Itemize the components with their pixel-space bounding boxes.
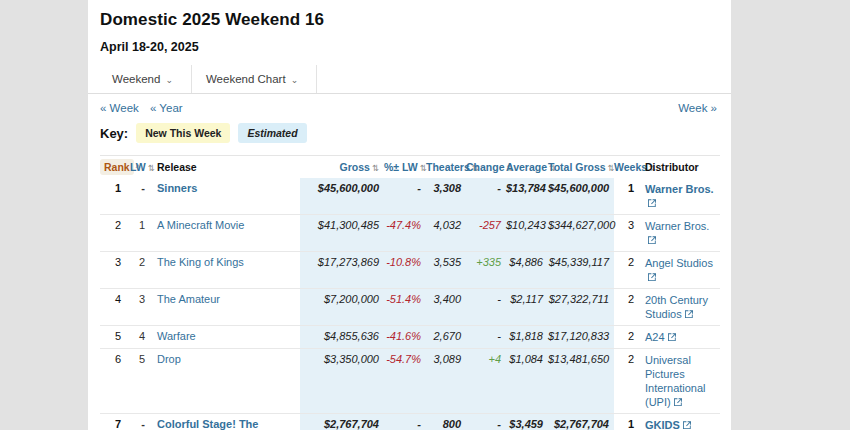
distributor-name: A24 xyxy=(645,331,665,343)
content-panel: Domestic 2025 Weekend 16 April 18-20, 20… xyxy=(88,0,731,430)
rank-cell: 4 xyxy=(100,289,130,326)
weekend-box-office-table: Rank^ LW⇅ Release Gross⇅ %± LW⇅ Theaters… xyxy=(100,155,720,430)
column-header-pct-lw[interactable]: %± LW⇅ xyxy=(384,156,426,179)
release-link[interactable]: Sinners xyxy=(157,182,197,194)
column-header-release: Release xyxy=(150,156,300,179)
distributor-cell: A24 xyxy=(638,326,720,349)
distributor-name: Warner Bros. xyxy=(645,220,709,232)
column-header-gross[interactable]: Gross⇅ xyxy=(300,156,384,179)
column-header-change[interactable]: Change⇅ xyxy=(466,156,506,179)
release-link[interactable]: Drop xyxy=(157,353,181,365)
total-gross-cell: $45,600,000 xyxy=(548,178,614,215)
column-header-total-gross[interactable]: Total Gross⇅ xyxy=(548,156,614,179)
pct-lw-cell: -47.4% xyxy=(384,215,426,252)
lw-cell: - xyxy=(130,414,150,430)
table-header-row: Rank^ LW⇅ Release Gross⇅ %± LW⇅ Theaters… xyxy=(100,156,720,179)
distributor-cell: 20th Century Studios xyxy=(638,289,720,326)
average-cell: $1,818 xyxy=(506,326,548,349)
weeks-cell: 2 xyxy=(614,289,638,326)
pct-lw-cell: -10.8% xyxy=(384,252,426,289)
distributor-name: Angel Studios xyxy=(645,257,713,269)
average-cell: $2,117 xyxy=(506,289,548,326)
theaters-cell: 3,089 xyxy=(426,349,466,414)
release-link[interactable]: Warfare xyxy=(157,330,196,342)
column-header-weeks[interactable]: Weeks⇅ xyxy=(614,156,638,179)
average-cell: $13,784 xyxy=(506,178,548,215)
gross-cell: $41,300,485 xyxy=(300,215,384,252)
theaters-cell: 2,670 xyxy=(426,326,466,349)
pct-lw-cell: -54.7% xyxy=(384,349,426,414)
column-header-distributor: Distributor xyxy=(638,156,720,179)
release-cell: The King of Kings xyxy=(150,252,300,289)
table-row: 3 2 The King of Kings $17,273,869 -10.8%… xyxy=(100,252,720,289)
release-cell: A Minecraft Movie xyxy=(150,215,300,252)
average-cell: $10,243 xyxy=(506,215,548,252)
release-link[interactable]: The King of Kings xyxy=(157,256,244,268)
column-header-rank[interactable]: Rank^ xyxy=(100,156,130,179)
prev-week-link[interactable]: « Week xyxy=(100,102,139,114)
average-cell: $3,459 xyxy=(506,414,548,430)
theaters-cell: 800 xyxy=(426,414,466,430)
table-row: 1 - Sinners $45,600,000 - 3,308 - $13,78… xyxy=(100,178,720,215)
change-cell: - xyxy=(466,178,506,215)
tab-weekend-chart[interactable]: Weekend Chart⌄ xyxy=(192,65,317,93)
weeks-cell: 2 xyxy=(614,349,638,414)
weeks-cell: 2 xyxy=(614,252,638,289)
distributor-link[interactable]: 20th Century Studios xyxy=(645,294,708,320)
distributor-link[interactable]: Warner Bros. xyxy=(645,220,709,246)
table-row: 4 3 The Amateur $7,200,000 -51.4% 3,400 … xyxy=(100,289,720,326)
average-cell: $4,886 xyxy=(506,252,548,289)
pct-lw-cell: -41.6% xyxy=(384,326,426,349)
external-link-icon xyxy=(668,333,676,341)
distributor-cell: Universal Pictures International (UPI) xyxy=(638,349,720,414)
lw-cell: 3 xyxy=(130,289,150,326)
distributor-link[interactable]: Universal Pictures International (UPI) xyxy=(645,354,706,408)
distributor-link[interactable]: Warner Bros. xyxy=(645,183,714,209)
week-navigation: « Week « Year Week » xyxy=(100,102,717,114)
external-link-icon xyxy=(648,199,656,207)
distributor-cell: GKIDS xyxy=(638,414,720,430)
total-gross-cell: $45,339,117 xyxy=(548,252,614,289)
gross-cell: $4,855,636 xyxy=(300,326,384,349)
table-row: 2 1 A Minecraft Movie $41,300,485 -47.4%… xyxy=(100,215,720,252)
column-header-average[interactable]: Average⇅ xyxy=(506,156,548,179)
table-row: 5 4 Warfare $4,855,636 -41.6% 2,670 - $1… xyxy=(100,326,720,349)
tab-bar: Weekend⌄ Weekend Chart⌄ xyxy=(88,65,731,94)
table-row: 7 - Colorful Stage! The Movie: A Miku Wh… xyxy=(100,414,720,430)
release-link[interactable]: A Minecraft Movie xyxy=(157,219,244,231)
change-cell: +335 xyxy=(466,252,506,289)
rank-cell: 5 xyxy=(100,326,130,349)
total-gross-cell: $13,481,650 xyxy=(548,349,614,414)
prev-year-link[interactable]: « Year xyxy=(150,102,183,114)
release-cell: Colorful Stage! The Movie: A Miku Who Ca… xyxy=(150,414,300,430)
distributor-link[interactable]: GKIDS xyxy=(645,419,691,430)
release-cell: Drop xyxy=(150,349,300,414)
weeks-cell: 1 xyxy=(614,178,638,215)
rank-cell: 3 xyxy=(100,252,130,289)
change-cell: - xyxy=(466,326,506,349)
rank-cell: 2 xyxy=(100,215,130,252)
next-week-link[interactable]: Week » xyxy=(678,102,717,114)
new-this-week-badge: New This Week xyxy=(136,123,230,143)
release-link[interactable]: Colorful Stage! The Movie: A Miku Who Ca… xyxy=(157,418,287,430)
gross-cell: $7,200,000 xyxy=(300,289,384,326)
tab-weekend[interactable]: Weekend⌄ xyxy=(98,65,192,93)
distributor-link[interactable]: Angel Studios xyxy=(645,257,713,283)
column-header-theaters[interactable]: Theaters⇅ xyxy=(426,156,466,179)
weeks-cell: 1 xyxy=(614,414,638,430)
release-link[interactable]: The Amateur xyxy=(157,293,220,305)
distributor-link[interactable]: A24 xyxy=(645,331,676,343)
rank-cell: 1 xyxy=(100,178,130,215)
legend-label: Key: xyxy=(100,126,128,141)
table-body: 1 - Sinners $45,600,000 - 3,308 - $13,78… xyxy=(100,178,720,430)
distributor-name: Warner Bros. xyxy=(645,183,714,195)
change-cell: -257 xyxy=(466,215,506,252)
pct-lw-cell: - xyxy=(384,178,426,215)
total-gross-cell: $27,322,711 xyxy=(548,289,614,326)
rank-cell: 7 xyxy=(100,414,130,430)
distributor-cell: Angel Studios xyxy=(638,252,720,289)
external-link-icon xyxy=(648,273,656,281)
distributor-cell: Warner Bros. xyxy=(638,215,720,252)
theaters-cell: 3,400 xyxy=(426,289,466,326)
gross-cell: $17,273,869 xyxy=(300,252,384,289)
